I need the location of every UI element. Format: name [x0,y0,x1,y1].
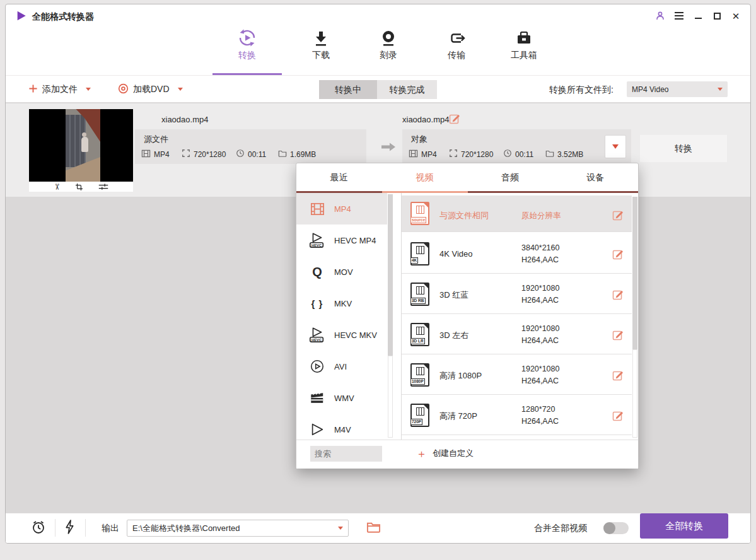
maximize-button[interactable] [710,9,724,23]
create-custom-button[interactable]: ＋ 创建自定义 [416,448,474,459]
output-path-select[interactable]: E:\全能格式转换器\Converted [127,520,349,537]
add-file-button[interactable]: 添加文件 [28,76,91,103]
tab-label: 传输 [428,50,485,61]
search-input[interactable] [310,446,382,462]
format-label: WMV [334,394,354,403]
tab-burn[interactable]: 刻录 [360,25,417,64]
format-label: MKV [334,299,352,308]
format-label: M4V [334,425,351,435]
preset-same-as-source[interactable]: source 与源文件相同 原始分辨率 [402,195,632,232]
edit-preset-icon[interactable] [612,248,624,262]
preset-hd-720p[interactable]: 720P 高清 720P 1280*720 H264,AAC [402,396,632,435]
chevron-down-icon [338,527,343,530]
tab-transfer[interactable]: 传输 [428,25,485,64]
clock-icon [503,149,512,160]
preset-resolution: 原始分辨率 [521,211,561,220]
target-resolution-value: 720*1280 [461,150,493,159]
format-item-wmv[interactable]: WMV [296,382,387,414]
close-button[interactable]: ✕ [729,9,743,23]
format-label: MOV [334,267,353,277]
folder-icon [545,149,554,160]
preset-codec: H264,AAC [521,335,559,347]
window-controls: ✕ [653,9,743,23]
effects-icon[interactable] [98,183,108,191]
format-item-avi[interactable]: AVI [296,351,387,382]
popup-tab-video[interactable]: 视频 [382,163,468,191]
preset-name: 与源文件相同 [439,210,489,221]
format-item-m4v[interactable]: M4V [296,414,387,440]
edit-preset-icon[interactable] [612,329,624,343]
load-dvd-label: 加载DVD [133,84,170,95]
preset-name: 3D 左右 [439,330,468,341]
resolution-icon [182,149,190,160]
format-label: HEVC MKV [334,330,377,340]
popup-tab-audio[interactable]: 音频 [467,163,553,191]
format-item-hevc-mkv[interactable]: HEVC HEVC MKV [296,319,387,351]
preset-codec: H264,AAC [521,375,559,387]
mp4-film-icon [308,201,327,217]
hevc-play-icon: HEVC [308,231,327,249]
format-item-mp4[interactable]: MP4 [296,193,387,225]
chevron-down-icon [178,88,183,91]
source-duration: 00:11 [236,149,266,160]
preset-specs: 1920*1080 H264,AAC [521,283,559,306]
preset-4k-video[interactable]: 4K 4K Video 3840*2160 H264,AAC [402,235,632,274]
scrollbar-thumb[interactable] [388,194,393,356]
convert-all-button[interactable]: 全部转换 [640,513,728,539]
format-item-mov[interactable]: Q MOV [296,256,387,288]
tab-finished[interactable]: 转换完成 [377,80,437,99]
target-duration-value: 00:11 [515,150,533,159]
tab-label: 转换 [212,50,282,61]
preset-specs: 1920*1080 H264,AAC [521,323,559,347]
preset-3d-red-blue[interactable]: 3D RB 3D 红蓝 1920*1080 H264,AAC [402,275,632,314]
edit-preset-icon[interactable] [612,370,624,383]
target-resolution: 720*1280 [449,149,493,160]
trim-icon[interactable]: ✂ [54,183,61,191]
source-resolution-value: 720*1280 [194,150,226,159]
video-file-icon: 3D RB [410,283,429,306]
tab-toolbox[interactable]: 工具箱 [492,25,555,64]
rename-icon[interactable] [449,113,460,127]
target-format-select[interactable]: MP4 Video [627,81,728,97]
video-file-icon: 720P [410,404,429,427]
convert-button[interactable]: 转换 [640,135,727,162]
merge-videos-toggle[interactable] [603,522,629,534]
edit-preset-icon[interactable] [612,289,624,303]
popup-tab-device[interactable]: 设备 [553,163,639,191]
load-dvd-button[interactable]: 加载DVD [118,76,183,103]
schedule-icon[interactable] [31,520,46,537]
target-size: 3.52MB [545,149,583,160]
edit-preset-icon[interactable] [612,209,624,223]
scrollbar-thumb[interactable] [632,197,637,349]
toolbox-icon [492,25,555,47]
crop-icon[interactable] [75,183,83,191]
folder-icon [278,149,287,160]
account-icon[interactable] [653,9,667,23]
preset-resolution: 1280*720 [521,404,559,416]
edit-preset-icon[interactable] [612,410,624,424]
tab-download[interactable]: 下载 [293,25,349,64]
tab-converting[interactable]: 转换中 [319,80,377,99]
download-icon [293,25,349,47]
preset-3d-left-right[interactable]: 3D LR 3D 左右 1920*1080 H264,AAC [402,315,632,354]
output-path-value: E:\全能格式转换器\Converted [132,523,240,534]
menu-icon[interactable] [672,9,686,23]
source-format: MP4 [141,149,170,160]
video-file-icon: 1080P [410,363,429,387]
video-file-icon: 4K [410,242,429,265]
source-size-value: 1.69MB [290,150,316,159]
preset-list-scrollbar[interactable] [632,193,638,440]
tab-convert[interactable]: 转换 [212,25,282,64]
high-speed-icon[interactable] [65,520,74,537]
thumbnail-image [66,109,100,182]
divider [85,519,86,537]
preset-dropdown-button[interactable] [605,135,626,158]
format-item-hevc-mp4[interactable]: HEVC HEVC MP4 [296,225,387,256]
format-item-mkv[interactable]: { } MKV [296,288,387,319]
format-list-scrollbar[interactable] [387,193,393,440]
preset-hd-1080p[interactable]: 1080P 高清 1080P 1920*1080 H264,AAC [402,356,632,395]
popup-tab-recent[interactable]: 最近 [296,163,382,191]
svg-text:HEVC: HEVC [311,243,322,247]
open-folder-icon[interactable] [366,520,381,536]
minimize-button[interactable] [691,9,705,23]
